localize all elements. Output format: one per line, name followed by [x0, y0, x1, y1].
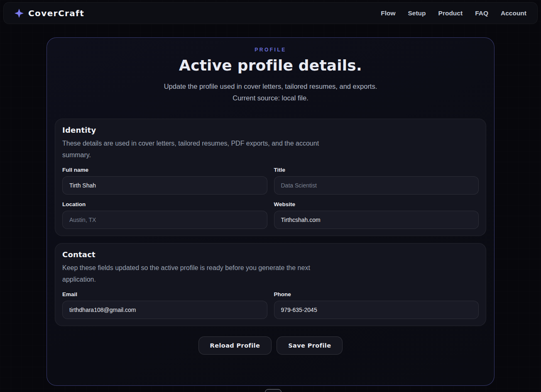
field-location: Location	[62, 201, 267, 229]
subtitle-line-1: Update the profile used in cover letters…	[47, 80, 494, 92]
field-full-name: Full name	[62, 167, 267, 195]
identity-card-title: Identity	[62, 126, 479, 134]
website-label: Website	[274, 201, 479, 207]
identity-card-description: These details are used in cover letters,…	[62, 138, 323, 161]
field-title: Title	[274, 167, 479, 195]
field-phone: Phone	[274, 291, 479, 319]
nav-link-faq[interactable]: FAQ	[475, 10, 488, 17]
location-input[interactable]	[62, 211, 267, 229]
section-eyebrow: PROFILE	[47, 47, 494, 53]
save-profile-button[interactable]: Save Profile	[277, 336, 343, 355]
contact-card-title: Contact	[62, 250, 479, 259]
email-label: Email	[62, 291, 267, 297]
bottom-cutoff-button[interactable]	[265, 389, 282, 392]
identity-fields: Full name Title Location Website	[62, 167, 479, 229]
full-name-label: Full name	[62, 167, 267, 173]
location-label: Location	[62, 201, 267, 207]
reload-profile-button[interactable]: Reload Profile	[198, 336, 272, 355]
nav-link-product[interactable]: Product	[438, 10, 463, 17]
full-name-input[interactable]	[62, 176, 267, 195]
field-email: Email	[62, 291, 267, 319]
nav-link-setup[interactable]: Setup	[408, 10, 426, 17]
top-navbar: CoverCraft Flow Setup Product FAQ Accoun…	[3, 2, 538, 24]
field-website: Website	[274, 201, 479, 229]
brand-logo[interactable]: CoverCraft	[15, 8, 84, 18]
profile-actions: Reload Profile Save Profile	[47, 336, 494, 355]
title-input[interactable]	[274, 176, 479, 195]
profile-panel: PROFILE Active profile details. Update t…	[47, 37, 494, 386]
phone-input[interactable]	[274, 301, 479, 319]
brand-name: CoverCraft	[28, 8, 84, 18]
subtitle-line-2: Current source: local file.	[47, 92, 494, 104]
nav-link-flow[interactable]: Flow	[381, 10, 395, 17]
website-input[interactable]	[274, 211, 479, 229]
page-title: Active profile details.	[47, 57, 494, 74]
title-label: Title	[274, 167, 479, 173]
sparkle-icon	[15, 9, 24, 18]
identity-card: Identity These details are used in cover…	[55, 119, 486, 236]
contact-card-description: Keep these fields updated so the active …	[62, 262, 323, 285]
nav-links: Flow Setup Product FAQ Account	[381, 10, 526, 17]
phone-label: Phone	[274, 291, 479, 297]
email-input[interactable]	[62, 301, 267, 319]
contact-card: Contact Keep these fields updated so the…	[55, 243, 486, 326]
contact-fields: Email Phone	[62, 291, 479, 319]
nav-link-account[interactable]: Account	[501, 10, 526, 17]
page-subtitle: Update the profile used in cover letters…	[47, 80, 494, 104]
